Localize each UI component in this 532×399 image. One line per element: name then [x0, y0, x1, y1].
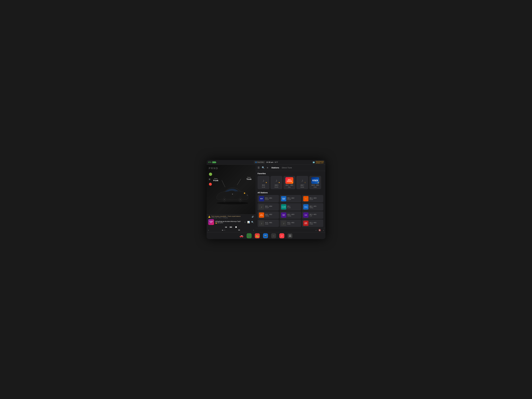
frunk-label-text: Frunk: [213, 179, 218, 182]
open-trunk-label[interactable]: Open Trunk: [247, 177, 252, 180]
station-kbaq-hd3[interactable]: FamilyRadio 89.5 · HD3 KBAQ: [280, 211, 301, 219]
station-info-fr-hd2: 88.3 · HD2 KVCP: [287, 197, 300, 200]
fav-freq-klva: 89.9: [262, 184, 265, 186]
tab-direct-tune[interactable]: Direct Tune: [282, 166, 292, 169]
play-pause-button[interactable]: ⏭: [230, 226, 232, 228]
music-note-hd4: ♪: [261, 205, 262, 209]
stop-button[interactable]: ⏹: [235, 226, 237, 228]
radio-icon-taskbar[interactable]: 📻: [255, 233, 260, 238]
vol-decrease[interactable]: ‹: [208, 229, 209, 231]
station-kvcp-hd4[interactable]: ♪ 88.3 · HD4 KVCP: [258, 203, 279, 211]
station-ktar[interactable]: KTARNEWS 92.3 · HD1 KTAR: [302, 220, 323, 227]
station-info-klvk: 89.1 KLVK: [287, 205, 300, 209]
favorites-title: Favorites: [258, 172, 323, 175]
apple-music-icon[interactable]: ♪: [279, 233, 284, 238]
apps-grid-icon[interactable]: [287, 233, 292, 238]
station-logo[interactable]: POWER 98.3: [208, 219, 214, 225]
equalizer-icon[interactable]: 📊: [247, 221, 250, 223]
favorite-106-5[interactable]: ♪ ★ 106.5 KSUN: [271, 176, 282, 189]
station-kjzz-hd2[interactable]: ♪ 91.5 · HD2 KJZZ: [280, 220, 301, 227]
station-fr-hd2[interactable]: FamilyRadio 88.3 · HD2 KVCP: [280, 195, 301, 203]
easy-entry-badge[interactable]: 👤 Easy Entry: [254, 161, 265, 163]
station-flr[interactable]: FLR 90.3 · HD1 FLR: [302, 211, 323, 219]
favorite-106-7[interactable]: ♪ ☆ 106.7 KASA: [296, 176, 308, 189]
favorite-104-7[interactable]: 104.7KISSFM ★ 104.7 · HD1 Kiss: [283, 176, 295, 189]
grid-icon: [289, 234, 291, 237]
fav-freq-ksun: 106.5: [275, 184, 278, 186]
tesla-car-image: ⚡: [213, 184, 252, 205]
svg-rect-14: [289, 235, 290, 235]
speaker-icon[interactable]: 🔊: [252, 215, 254, 218]
music-note-kjzz-hd2: ♪: [283, 222, 284, 225]
music-player: ⚠️ Paid charging unavailable - Check unp…: [207, 214, 255, 232]
fav-logo-knix: KNIX ★: [311, 177, 319, 184]
tesla-screen: 97% 👤 Easy Entry 10:36 am 60°F 🗺️ PASSEN…: [207, 160, 325, 239]
hamburger-icon[interactable]: ☰: [258, 166, 260, 169]
svg-text:⚡: ⚡: [244, 193, 246, 194]
fav-name-ksun: KSUN: [275, 186, 278, 188]
phone-icon-taskbar[interactable]: 📞: [247, 233, 252, 238]
next-arrow[interactable]: ›: [323, 229, 324, 231]
search-icon[interactable]: 🔍: [251, 221, 254, 223]
station-name-vcy: KVCP: [265, 199, 278, 200]
tab-stations[interactable]: Stations: [271, 166, 279, 169]
now-playing: POWER 98.3 @TopDogLaw Accident Attorneys…: [208, 219, 254, 225]
station-info-kvcp-hd4: 88.3 · HD4 KVCP: [265, 205, 278, 209]
fav-logo-kiss: 104.7KISSFM ★: [285, 177, 293, 184]
knix-text: KNIX: [312, 179, 318, 182]
status-center: 👤 Easy Entry 10:36 am 60°F: [247, 161, 285, 163]
camera-icon-taskbar[interactable]: 📷: [263, 233, 268, 238]
kiss-fm-logo: 104.7KISSFM ★: [285, 177, 293, 184]
station-klvk[interactable]: K-LOVE 89.1 KLVK: [280, 203, 301, 211]
trunk-label-text: Trunk: [247, 178, 252, 180]
dot-1: [222, 230, 223, 230]
dot-2: [223, 230, 224, 230]
fr-text: FamilyRadio: [282, 198, 285, 200]
prev-arrow[interactable]: ‹: [316, 229, 317, 231]
station-vcy[interactable]: VCY 88.3 · HD1 KVCP: [258, 195, 279, 203]
radio-header: ☰ 🔍 ≡ Stations Direct Tune: [255, 165, 325, 171]
filter-icon[interactable]: ≡: [267, 166, 268, 169]
station-radio-bilingue[interactable]: RadioBilingüe 89.5 · HD2 KBAQ: [258, 211, 279, 219]
station-freq-klvk: 89.1: [287, 205, 300, 207]
station-name-flr: FLR: [310, 215, 322, 217]
vol-increase[interactable]: ›: [253, 229, 254, 231]
fav-freq-kiss: 104.7 · HD1: [285, 184, 293, 186]
volume-icon[interactable]: 🔇: [318, 229, 321, 231]
favorite-89-9[interactable]: ♪ ★ 89.9 KLVA: [258, 176, 269, 189]
music-note-fav-4: ♪: [301, 178, 303, 183]
station-freq-radio-bilingue: 89.5 · HD2: [265, 214, 278, 215]
fav-freq-kasa: 106.7: [300, 184, 304, 186]
taskbar: 🚗 📞 📻 📷 ··· ♪: [207, 232, 325, 239]
station-freq-kjzz-hd2: 91.5 · HD2: [287, 222, 300, 223]
fav-name-knix: KNIX: [314, 186, 317, 188]
all-stations-title: All Stations: [258, 192, 323, 194]
prev-button[interactable]: ⏮: [225, 226, 227, 228]
station-name-kvcp-hd4: KVCP: [265, 207, 278, 209]
favorite-102-5[interactable]: KNIX ★ 102.5 · HD1 KNIX: [309, 176, 321, 189]
radio-bilingue-logo: RadioBilingüe: [259, 212, 264, 218]
favorite-button[interactable]: ☆: [244, 221, 246, 223]
station-kjzz-hd1[interactable]: ♪ 91.5 · HD1 KJZZ: [258, 220, 279, 227]
track-title: @TopDogLaw Accident Attorneys TopD: [215, 221, 243, 222]
music-note-fav-2: ♪: [276, 178, 277, 183]
station-kbaq-hd1[interactable]: KBAQ 89.5 · HD1 KBAQ: [302, 203, 323, 211]
station-name-kbaq-hd1: KBAQ: [310, 207, 322, 209]
station-name-ktar: KTAR: [310, 223, 322, 225]
temp-display: 60°F: [275, 161, 278, 163]
svg-rect-11: [232, 194, 233, 194]
station-name-kvcp-hd3: KVCP: [310, 199, 322, 200]
more-apps-icon[interactable]: ···: [271, 233, 276, 238]
search-radio-icon[interactable]: 🔍: [262, 166, 265, 169]
fav-logo-ksun: ♪ ★: [272, 177, 280, 184]
favorites-row: ♪ ★ 89.9 KLVA ♪ ★ 106.5 KSUN: [258, 176, 323, 189]
station-freq-flr: 90.3 · HD1: [310, 214, 322, 215]
station-kvcp-hd3[interactable]: 📻 88.3 · HD3 KVCP: [302, 195, 323, 203]
station-freq-ktar: 92.3 · HD1: [310, 222, 322, 223]
status-left: 97%: [208, 161, 246, 163]
prnd-text: P: [209, 167, 211, 170]
open-frunk-label[interactable]: Open Frunk: [213, 178, 218, 182]
track-info: @TopDogLaw Accident Attorneys TopD 📻 FM …: [215, 221, 243, 224]
car-home-icon[interactable]: 🚗: [240, 234, 243, 238]
family-radio-logo: FamilyRadio: [281, 212, 286, 218]
